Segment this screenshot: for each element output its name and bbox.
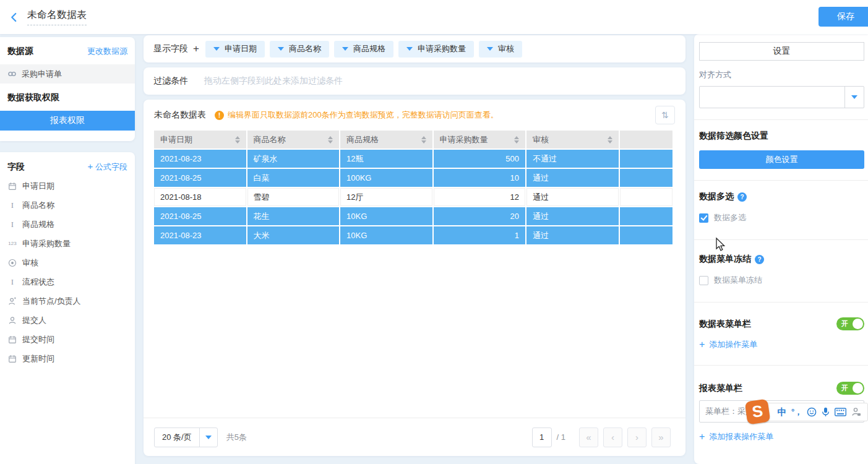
column-header[interactable]: 商品名称 (247, 131, 340, 148)
table-cell: 不通过 (526, 150, 619, 168)
table-cell: 雪碧 (247, 188, 340, 206)
display-field-chip[interactable]: 申请日期 (205, 41, 265, 58)
next-page-button[interactable]: › (627, 427, 647, 447)
sort-order-button[interactable]: ⇅ (655, 106, 675, 124)
align-select[interactable] (699, 86, 864, 108)
field-item[interactable]: I商品规格 (0, 215, 135, 234)
help-icon[interactable]: ? (755, 255, 764, 264)
table-cell: 2021-08-23 (154, 150, 246, 168)
table-row[interactable]: 2021-08-23大米10KG1通过 (154, 226, 672, 244)
column-header[interactable]: 商品规格 (340, 131, 432, 148)
last-page-button[interactable]: » (651, 427, 671, 447)
table-cell: 1 (434, 226, 526, 244)
sort-arrows-icon[interactable] (328, 136, 333, 144)
field-item[interactable]: 更新时间 (0, 349, 135, 368)
top-bar: 未命名数据表 保存 (0, 0, 868, 34)
ime-voice-button[interactable] (820, 407, 830, 417)
multi-select-checkbox[interactable]: 数据多选 (699, 212, 864, 223)
datasource-item[interactable]: 采购申请单 (0, 64, 135, 84)
checkbox-unchecked-icon[interactable] (699, 276, 708, 285)
add-display-field-button[interactable]: + (193, 43, 199, 55)
table-cell: 500 (434, 150, 526, 168)
column-header[interactable]: 申请日期 (154, 131, 246, 148)
table-cell: 10 (434, 169, 526, 187)
add-action-menu-link[interactable]: + 添加操作菜单 (699, 339, 864, 350)
field-item-label: 申请日期 (22, 181, 54, 192)
table-cell-empty (620, 188, 673, 206)
ime-skin-tools-button[interactable] (850, 407, 862, 417)
field-item-label: 申请采购数量 (22, 238, 71, 249)
display-field-chip[interactable]: 商品规格 (334, 41, 393, 58)
field-item-label: 审核 (22, 257, 38, 269)
field-item-label: 流程状态 (22, 277, 54, 288)
field-item[interactable]: 提交人 (0, 311, 135, 330)
sort-arrows-icon[interactable] (421, 136, 426, 144)
prev-page-button[interactable]: ‹ (603, 427, 622, 447)
display-field-chip[interactable]: 审核 (479, 41, 522, 58)
change-datasource-link[interactable]: 更改数据源 (87, 46, 127, 57)
settings-panel: 设置 对齐方式 数据筛选颜色设置 颜色设置 数据多选 ? 数据多选 数据菜单冻结… (694, 34, 868, 464)
table-menu-toggle[interactable]: 开 (836, 317, 864, 330)
filter-bar[interactable]: 过滤条件 拖动左侧字段到此处来添加过滤条件 (144, 67, 685, 95)
sogou-logo[interactable]: S (745, 399, 771, 425)
report-menu-toggle[interactable]: 开 (836, 382, 864, 395)
field-item[interactable]: 提交时间 (0, 330, 135, 349)
back-button[interactable] (6, 9, 22, 25)
field-item[interactable]: I商品名称 (0, 195, 135, 215)
table-row[interactable]: 2021-08-23矿泉水12瓶500不通过 (154, 150, 672, 168)
field-item[interactable]: 123申请采购数量 (0, 234, 135, 253)
preview-warning: ! 编辑界面只取数据源前200条作为查询数据预览，完整数据请访问页面查看。 (215, 110, 499, 121)
help-icon[interactable]: ? (737, 192, 747, 202)
report-permission-button[interactable]: 报表权限 (0, 111, 135, 131)
user-icon (7, 316, 17, 325)
page-title[interactable]: 未命名数据表 (27, 9, 87, 25)
field-item-label: 提交人 (22, 315, 46, 326)
ime-punctuation-button[interactable]: °， (791, 406, 802, 418)
table-row[interactable]: 2021-08-18雪碧12厅12通过 (154, 188, 672, 206)
field-item[interactable]: 当前节点/负责人 (0, 291, 135, 311)
table-cell: 12厅 (340, 188, 432, 206)
calendar-icon (7, 181, 17, 191)
fields-label: 字段 (7, 161, 25, 173)
first-page-button[interactable]: « (579, 427, 598, 447)
calendar-icon (7, 354, 17, 364)
checkbox-checked-icon[interactable] (699, 213, 708, 223)
field-list: 申请日期I商品名称I商品规格123申请采购数量审核I流程状态当前节点/负责人提交… (0, 176, 135, 368)
table-title: 未命名数据表 (154, 110, 206, 121)
data-table: 申请日期商品名称商品规格申请采购数量审核 2021-08-23矿泉水12瓶500… (153, 129, 674, 246)
table-row[interactable]: 2021-08-25白菜100KG10通过 (154, 169, 672, 187)
sort-arrows-icon[interactable] (235, 136, 240, 144)
pagination-bar: 20 条/页 共5条 1 / 1 « ‹ › » (144, 418, 685, 456)
display-field-chip[interactable]: 申请采购数量 (398, 41, 474, 58)
display-field-chip[interactable]: 商品名称 (270, 41, 329, 58)
field-item[interactable]: I流程状态 (0, 272, 135, 291)
sort-arrows-icon[interactable] (608, 136, 612, 144)
field-item-label: 商品名称 (22, 200, 54, 211)
table-row[interactable]: 2021-08-25花生10KG20通过 (154, 207, 672, 225)
chip-label: 申请日期 (225, 43, 257, 54)
ime-skin-button[interactable] (866, 408, 868, 417)
table-cell: 2021-08-23 (154, 226, 246, 244)
settings-tab[interactable]: 设置 (699, 42, 864, 61)
current-page-input[interactable]: 1 (532, 427, 552, 447)
page-size-select[interactable]: 20 条/页 (154, 427, 218, 447)
field-item[interactable]: 审核 (0, 253, 135, 272)
radio-icon (7, 258, 17, 268)
filter-color-section-label: 数据筛选颜色设置 (699, 131, 864, 142)
column-header[interactable]: 申请采购数量 (434, 131, 526, 148)
sort-arrows-icon[interactable] (514, 136, 519, 144)
table-cell: 2021-08-25 (154, 207, 246, 225)
column-header[interactable]: 审核 (526, 131, 619, 148)
field-item-label: 商品规格 (22, 219, 54, 230)
table-cell: 通过 (526, 169, 619, 187)
color-settings-button[interactable]: 颜色设置 (699, 150, 864, 169)
field-item[interactable]: 申请日期 (0, 176, 135, 195)
save-button[interactable]: 保存 (819, 7, 868, 27)
add-formula-field-link[interactable]: + 公式字段 (88, 161, 127, 173)
freeze-checkbox[interactable]: 数据菜单冻结 (699, 275, 864, 286)
ime-language-button[interactable]: 中 (776, 406, 788, 418)
add-report-menu-link[interactable]: + 添加报表操作菜单 (699, 431, 864, 442)
fields-panel: 字段 + 公式字段 申请日期I商品名称I商品规格123申请采购数量审核I流程状态… (0, 152, 135, 464)
ime-emoji-button[interactable] (806, 407, 817, 417)
ime-keyboard-button[interactable] (833, 408, 847, 416)
